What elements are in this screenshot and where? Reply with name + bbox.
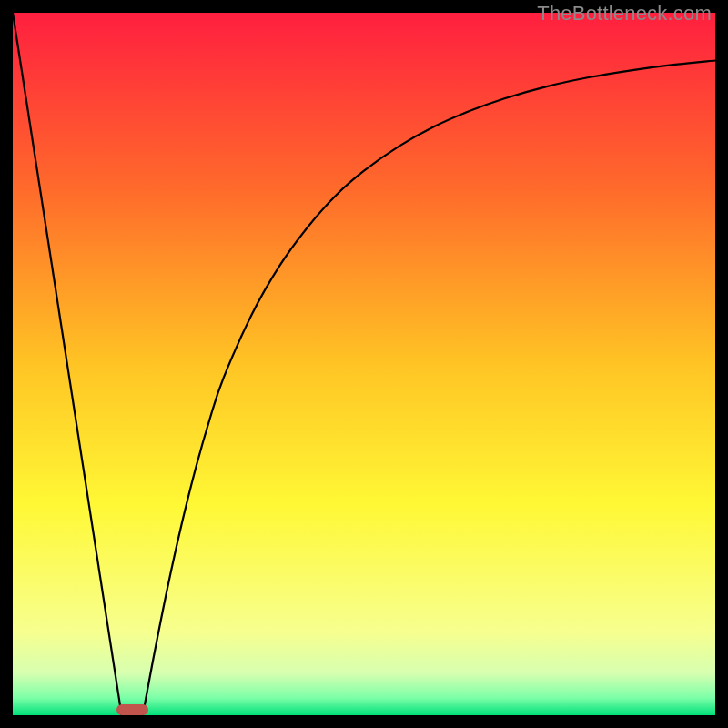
gradient-plot (13, 13, 715, 715)
gradient-background (13, 13, 715, 715)
watermark-text: TheBottleneck.com (537, 2, 712, 25)
bottleneck-marker (116, 704, 148, 715)
chart-frame (13, 13, 715, 715)
